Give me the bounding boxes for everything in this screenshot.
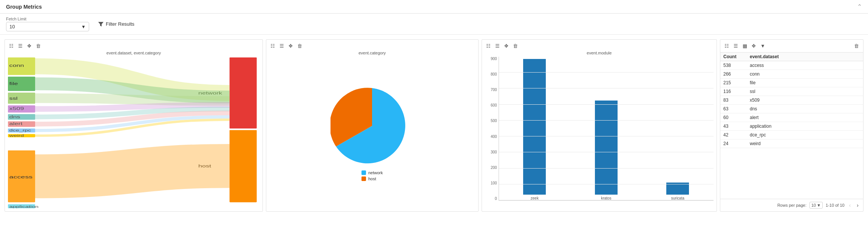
sankey-toolbar: ☷ ☰ ✥ 🗑 [8, 43, 259, 49]
table-row: 60 alert [720, 113, 863, 122]
table-toolbar: ☷ ☰ ▩ ✥ ▼ 🗑 [720, 40, 863, 53]
legend-label-network: network [368, 170, 383, 175]
bar-chart: 900 800 700 600 500 400 300 200 100 0 [485, 57, 714, 208]
rows-per-page-value: 10 [811, 203, 816, 207]
sankey-list-icon[interactable]: ☰ [17, 43, 24, 49]
host-color-dot [361, 176, 366, 181]
legend-item-network: network [361, 170, 383, 175]
svg-rect-17 [230, 57, 257, 128]
pie-list-icon[interactable]: ☰ [278, 43, 285, 49]
cell-count: 60 [723, 115, 750, 120]
filter-icon [98, 22, 103, 27]
chevron-down-icon: ▼ [81, 24, 86, 29]
table-row: 63 dns [720, 105, 863, 113]
bar-rect-zeek [523, 59, 546, 195]
table-row: 43 application [720, 122, 863, 131]
sankey-panel: ☷ ☰ ✥ 🗑 event.dataset, event.category co… [5, 39, 263, 212]
pie-expand-icon[interactable]: ✥ [287, 43, 294, 49]
next-page-button[interactable]: › [855, 201, 860, 209]
pie-panel: ☷ ☰ ✥ 🗑 event.category network [266, 39, 479, 212]
col-dataset-header: event.dataset [750, 54, 860, 59]
cell-dataset: access [750, 63, 860, 68]
bar-kratos: kratos [595, 57, 618, 200]
cell-count: 42 [723, 132, 750, 138]
table-row: 266 conn [720, 70, 863, 79]
table-row: 83 x509 [720, 96, 863, 105]
cell-dataset: dns [750, 106, 860, 111]
cell-count: 63 [723, 106, 750, 111]
cell-dataset: application [750, 124, 860, 129]
rows-per-page-select[interactable]: 10 ▼ [809, 202, 823, 209]
bar-table-icon[interactable]: ☷ [485, 43, 492, 49]
svg-marker-0 [98, 22, 103, 26]
bar-label-kratos: kratos [601, 196, 611, 200]
svg-text:conn: conn [9, 63, 24, 68]
cell-dataset: x509 [750, 98, 860, 103]
table-row: 24 weird [720, 139, 863, 148]
cell-count: 43 [723, 124, 750, 129]
pie-table-icon[interactable]: ☷ [269, 43, 276, 49]
fetch-limit-group: Fetch Limit 10 ▼ [6, 17, 89, 31]
legend-label-host: host [368, 176, 376, 181]
table-row: 215 file [720, 79, 863, 87]
bar-rect-suricata [666, 183, 689, 195]
table-footer: Rows per page: 10 ▼ 1-10 of 10 ‹ › [720, 199, 863, 211]
col-count-header: Count [723, 54, 750, 59]
cell-dataset: weird [750, 141, 860, 146]
cell-dataset: dce_rpc [750, 132, 860, 138]
sankey-chart: conn file ssl x509 dns alert dce_rpc [8, 57, 259, 208]
prev-page-button[interactable]: ‹ [848, 201, 853, 209]
pie-toolbar: ☷ ☰ ✥ 🗑 [269, 43, 475, 49]
fetch-limit-select[interactable]: 10 ▼ [6, 22, 89, 31]
bar-label-suricata: suricata [671, 196, 684, 200]
bar-zeek: zeek [523, 57, 546, 200]
bar-delete-icon[interactable]: 🗑 [512, 43, 519, 49]
page-title: Group Metrics [6, 4, 42, 10]
toolbar: Fetch Limit 10 ▼ Filter Results [0, 14, 868, 35]
table-options-icon[interactable]: ▼ [759, 43, 766, 49]
svg-text:alert: alert [9, 122, 23, 126]
fetch-limit-label: Fetch Limit [6, 17, 89, 21]
filter-results-button[interactable]: Filter Results [95, 20, 137, 28]
sankey-delete-icon[interactable]: 🗑 [35, 43, 42, 49]
table-bar-icon[interactable]: ▩ [741, 43, 748, 49]
table-delete-icon[interactable]: 🗑 [853, 43, 860, 49]
page-header: Group Metrics ⌃ [0, 0, 868, 14]
pie-legend: network host [361, 170, 383, 181]
svg-text:application: application [9, 204, 39, 208]
sankey-title: event.dataset, event.category [8, 51, 259, 55]
bar-list-icon[interactable]: ☰ [494, 43, 501, 49]
fetch-limit-value: 10 [9, 24, 80, 29]
cell-count: 266 [723, 71, 750, 77]
cell-count: 24 [723, 141, 750, 146]
table-header: Count event.dataset [720, 53, 863, 61]
bar-suricata: suricata [666, 57, 689, 200]
pie-chart: network host [269, 57, 475, 208]
bar-expand-icon[interactable]: ✥ [503, 43, 510, 49]
cell-count: 116 [723, 89, 750, 94]
bar-y-axis: 900 800 700 600 500 400 300 200 100 0 [485, 57, 499, 201]
cell-dataset: file [750, 80, 860, 85]
table-expand-icon[interactable]: ✥ [751, 43, 757, 49]
sankey-table-icon[interactable]: ☷ [8, 43, 15, 49]
table-row: 538 access [720, 61, 863, 70]
pie-title: event.category [269, 51, 475, 55]
bar-panel: ☷ ☰ ✥ 🗑 event.module 900 800 700 600 500… [482, 39, 717, 212]
bar-rect-kratos [595, 101, 618, 195]
svg-text:dns: dns [9, 115, 20, 119]
legend-item-host: host [361, 176, 383, 181]
collapse-button[interactable]: ⌃ [857, 3, 862, 10]
page-info: 1-10 of 10 [826, 203, 845, 207]
pie-delete-icon[interactable]: 🗑 [296, 43, 303, 49]
sankey-expand-icon[interactable]: ✥ [26, 43, 32, 49]
table-panel: ☷ ☰ ▩ ✥ ▼ 🗑 Count event.dataset 538 acce… [720, 39, 863, 212]
svg-text:x509: x509 [9, 107, 24, 111]
svg-text:access: access [9, 174, 33, 179]
rows-per-page-label: Rows per page: [777, 203, 806, 207]
table-table-icon[interactable]: ☷ [723, 43, 730, 49]
svg-text:file: file [9, 82, 18, 86]
table-list-icon[interactable]: ☰ [732, 43, 739, 49]
table-row: 116 ssl [720, 87, 863, 96]
cell-dataset: ssl [750, 89, 860, 94]
cell-dataset: alert [750, 115, 860, 120]
